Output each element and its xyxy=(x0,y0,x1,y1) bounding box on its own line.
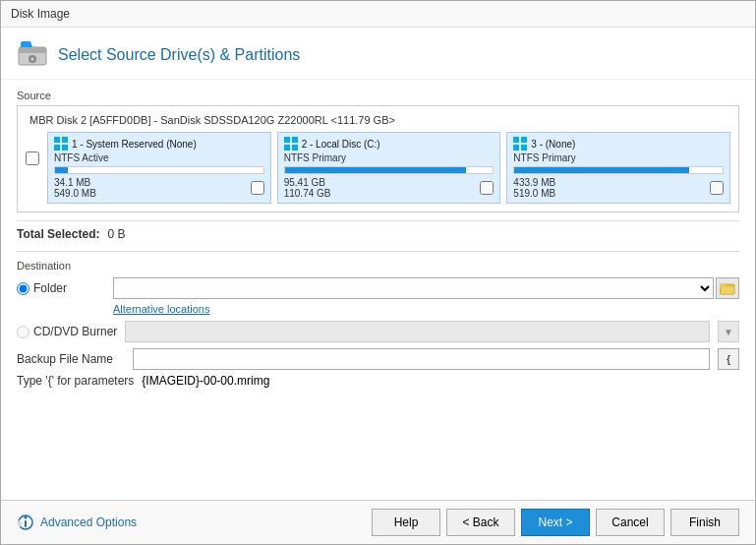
cd-dropdown-button: ▼ xyxy=(718,321,739,342)
cd-label: CD/DVD Burner xyxy=(33,325,117,338)
partition-3-checkbox[interactable] xyxy=(710,181,724,195)
svg-rect-13 xyxy=(521,137,527,143)
svg-rect-1 xyxy=(19,47,46,53)
advanced-options-label: Advanced Options xyxy=(40,515,137,529)
backup-filename-label: Backup File Name xyxy=(17,352,125,366)
folder-radio[interactable] xyxy=(17,282,29,295)
advanced-options-icon xyxy=(17,514,34,531)
folder-radio-label[interactable]: Folder xyxy=(17,281,105,295)
svg-rect-18 xyxy=(721,286,734,294)
svg-point-3 xyxy=(31,58,34,61)
partition-3-progress-bg xyxy=(513,166,724,174)
svg-rect-8 xyxy=(284,137,290,143)
divider-1 xyxy=(17,251,739,252)
partition-3-name: 3 - (None) xyxy=(531,139,575,150)
partition-2-progress-fill xyxy=(285,167,466,173)
partition-2-name: 2 - Local Disc (C:) xyxy=(302,139,380,150)
cancel-button[interactable]: Cancel xyxy=(596,509,665,536)
folder-browse-button[interactable] xyxy=(716,277,739,299)
svg-rect-4 xyxy=(54,137,60,143)
windows-icon-2 xyxy=(284,137,298,151)
svg-rect-11 xyxy=(292,145,298,151)
param-hint-label: Type '{' for parameters xyxy=(17,374,134,388)
windows-icon-3 xyxy=(513,137,527,151)
partition-1-total: 549.0 MB xyxy=(54,188,96,199)
partition-3-header: 3 - (None) xyxy=(513,137,724,151)
partition-card-2: 2 - Local Disc (C:) NTFS Primary 95.41 G… xyxy=(277,132,501,204)
disk-select-checkbox[interactable] xyxy=(26,151,39,165)
destination-section-label: Destination xyxy=(17,260,739,272)
destination-section: Destination Folder xyxy=(17,260,739,388)
dialog-footer: Advanced Options Help < Back Next > Canc… xyxy=(1,500,755,544)
disk-label: MBR Disk 2 [A5FFD0DB] - SanDisk SDSSDA12… xyxy=(26,114,730,126)
svg-rect-5 xyxy=(62,137,68,143)
source-box: MBR Disk 2 [A5FFD0DB] - SanDisk SDSSDA12… xyxy=(17,105,739,212)
partition-3-sizes: 433.9 MB 519.0 MB xyxy=(513,177,724,199)
folder-input-group xyxy=(113,277,739,299)
help-button[interactable]: Help xyxy=(372,509,440,536)
partition-1-sizes: 34.1 MB 549.0 MB xyxy=(54,177,264,199)
cd-radio[interactable] xyxy=(17,326,29,338)
partition-1-progress-fill xyxy=(55,167,68,173)
svg-rect-10 xyxy=(284,145,290,151)
svg-rect-6 xyxy=(54,145,60,151)
advanced-options-link[interactable]: Advanced Options xyxy=(17,514,137,531)
svg-rect-15 xyxy=(521,145,527,151)
partition-2-used: 95.41 GB xyxy=(284,177,331,188)
partition-3-used: 433.9 MB xyxy=(513,177,555,188)
folder-row: Folder xyxy=(17,277,739,299)
partition-2-total: 110.74 GB xyxy=(284,188,331,199)
partitions-row: 1 - System Reserved (None) NTFS Active 3… xyxy=(26,132,730,204)
partition-1-header: 1 - System Reserved (None) xyxy=(54,137,264,151)
backup-filename-input[interactable] xyxy=(133,348,710,370)
finish-button[interactable]: Finish xyxy=(670,509,739,536)
partition-card-3: 3 - (None) NTFS Primary 433.9 MB 519.0 M… xyxy=(506,132,730,204)
source-section-label: Source xyxy=(17,90,739,101)
svg-rect-7 xyxy=(62,145,68,151)
partition-card-1: 1 - System Reserved (None) NTFS Active 3… xyxy=(47,132,271,204)
partition-1-used: 34.1 MB xyxy=(54,177,96,188)
filename-param-button[interactable]: { xyxy=(718,348,739,370)
partitions-list: 1 - System Reserved (None) NTFS Active 3… xyxy=(47,132,730,204)
total-selected-row: Total Selected: 0 B xyxy=(17,220,739,245)
disk-checkbox-col xyxy=(26,132,39,165)
svg-rect-21 xyxy=(25,520,27,527)
cd-input[interactable] xyxy=(125,321,710,342)
backup-filename-row: Backup File Name { xyxy=(17,348,739,370)
cd-radio-label[interactable]: CD/DVD Burner xyxy=(17,325,117,338)
svg-rect-9 xyxy=(292,137,298,143)
page-title: Select Source Drive(s) & Partitions xyxy=(58,46,300,64)
partition-3-type: NTFS Primary xyxy=(513,152,724,163)
back-button[interactable]: < Back xyxy=(446,509,515,536)
partition-3-progress-fill xyxy=(514,167,689,173)
total-selected-label: Total Selected: xyxy=(17,227,99,241)
windows-icon-1 xyxy=(54,137,68,151)
partition-3-total: 519.0 MB xyxy=(513,188,555,199)
partition-1-checkbox[interactable] xyxy=(251,181,264,195)
svg-point-20 xyxy=(25,516,28,519)
partition-2-progress-bg xyxy=(284,166,494,174)
total-selected-value: 0 B xyxy=(107,227,125,241)
svg-rect-12 xyxy=(513,137,519,143)
next-button[interactable]: Next > xyxy=(521,509,590,536)
title-bar: Disk Image xyxy=(1,1,755,28)
partition-2-checkbox[interactable] xyxy=(480,181,494,195)
title-bar-label: Disk Image xyxy=(11,7,70,21)
partition-2-sizes: 95.41 GB 110.74 GB xyxy=(284,177,494,199)
folder-label: Folder xyxy=(33,281,67,295)
partition-1-type: NTFS Active xyxy=(54,152,264,163)
dialog-body: Source MBR Disk 2 [A5FFD0DB] - SanDisk S… xyxy=(1,80,755,500)
dialog: Disk Image Select Source Drive(s) & Part… xyxy=(0,0,756,545)
param-hint-row: Type '{' for parameters {IMAGEID}-00-00.… xyxy=(17,374,739,388)
partition-2-header: 2 - Local Disc (C:) xyxy=(284,137,494,151)
param-hint-value: {IMAGEID}-00-00.mrimg xyxy=(142,374,269,388)
svg-rect-14 xyxy=(513,145,519,151)
partition-1-progress-bg xyxy=(54,166,264,174)
cd-row: CD/DVD Burner ▼ xyxy=(17,321,739,342)
footer-buttons: Help < Back Next > Cancel Finish xyxy=(372,509,739,536)
partition-1-name: 1 - System Reserved (None) xyxy=(72,139,197,150)
alt-locations-link[interactable]: Alternative locations xyxy=(113,303,739,315)
dialog-header: Select Source Drive(s) & Partitions xyxy=(1,28,755,80)
folder-dropdown[interactable] xyxy=(113,277,714,299)
partition-2-type: NTFS Primary xyxy=(284,152,494,163)
